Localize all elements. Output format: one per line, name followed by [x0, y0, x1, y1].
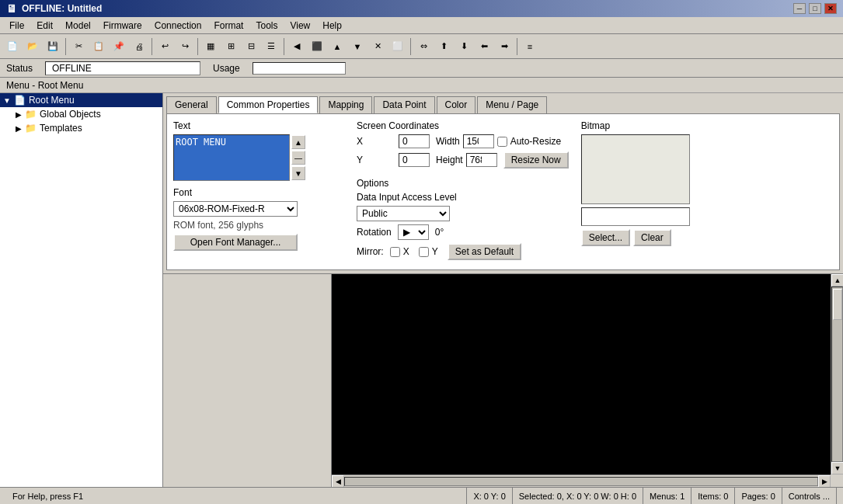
scroll-right-arrow[interactable]: ▶: [818, 475, 831, 488]
sidebar-item-label-3: Templates: [40, 123, 82, 134]
undo-button[interactable]: ↩: [155, 37, 174, 56]
select-button[interactable]: Select...: [581, 229, 630, 246]
open-button[interactable]: 📂: [23, 37, 42, 56]
help-text: For Help, press F1: [12, 492, 83, 501]
menu-help[interactable]: Help: [316, 19, 348, 33]
tb-right2[interactable]: ➡: [495, 37, 514, 56]
menu-edit[interactable]: Edit: [30, 19, 59, 33]
tab-bar: General Common Properties Mapping Data P…: [166, 96, 840, 113]
menu-format[interactable]: Format: [207, 19, 249, 33]
width-input[interactable]: [463, 134, 494, 148]
data-input-select[interactable]: Public: [357, 206, 450, 221]
align-center[interactable]: ⬛: [308, 37, 326, 56]
mirror-y-label: Y: [419, 246, 438, 257]
menu-model[interactable]: Model: [59, 19, 97, 33]
main-area: ▼ 📄 Root Menu ▶ 📁 Global Objects ▶ 📁 Tem…: [0, 93, 843, 487]
font-select[interactable]: 06x08-ROM-Fixed-R: [173, 201, 298, 217]
tab-menu-page[interactable]: Menu / Page: [477, 96, 547, 113]
selected-status: Selected: 0, X: 0 Y: 0 W: 0 H: 0: [513, 488, 643, 504]
status-value: OFFLINE: [45, 61, 200, 75]
height-input[interactable]: [466, 153, 497, 167]
mirror-label: Mirror:: [357, 246, 384, 257]
rotation-select[interactable]: ▶: [398, 224, 429, 240]
tb-up[interactable]: ⬆: [434, 37, 453, 56]
grid3-button[interactable]: ⊟: [242, 37, 260, 56]
copy-button[interactable]: 📋: [89, 37, 108, 56]
align-top[interactable]: ▲: [328, 37, 347, 56]
sidebar-item-templates[interactable]: ▶ 📁 Templates: [0, 121, 162, 135]
menu-view[interactable]: View: [284, 19, 316, 33]
resize-now-button[interactable]: Resize Now: [503, 151, 569, 169]
tb-move[interactable]: ⇔: [414, 37, 433, 56]
toolbar: 📄 📂 💾 ✂ 📋 📌 🖨 ↩ ↪ ▦ ⊞ ⊟ ☰ ◀ ⬛ ▲ ▼ ✕ ⬜ ⇔ …: [0, 34, 843, 59]
set-default-button[interactable]: Set as Default: [448, 243, 521, 260]
tb-x[interactable]: ✕: [368, 37, 387, 56]
y-input[interactable]: [399, 153, 430, 167]
data-input-row: Data Input Access Level: [357, 192, 569, 203]
usage-label: Usage: [213, 63, 240, 74]
align-bottom[interactable]: ▼: [348, 37, 367, 56]
auto-resize-checkbox[interactable]: [497, 137, 507, 147]
tab-data-point[interactable]: Data Point: [374, 96, 434, 113]
text-scroll-up[interactable]: ▲: [291, 135, 305, 149]
clear-button[interactable]: Clear: [633, 229, 671, 246]
auto-resize-label: Auto-Resize: [497, 136, 561, 147]
grid-button[interactable]: ▦: [201, 37, 220, 56]
minimize-button[interactable]: ─: [793, 3, 806, 14]
redo-button[interactable]: ↪: [176, 37, 194, 56]
text-scroll-down[interactable]: ▼: [291, 166, 305, 180]
menu-firmware[interactable]: Firmware: [97, 19, 148, 33]
tb-down[interactable]: ⬇: [455, 37, 473, 56]
print-button[interactable]: 🖨: [130, 37, 148, 56]
scroll-thumb-v[interactable]: [833, 289, 842, 320]
bitmap-title: Bitmap: [581, 120, 705, 131]
bitmap-preview: [581, 134, 690, 204]
mirror-x-label: X: [390, 246, 409, 257]
save-button[interactable]: 💾: [44, 37, 62, 56]
menu-connection[interactable]: Connection: [148, 19, 208, 33]
text-scroll-center[interactable]: —: [291, 151, 305, 165]
mirror-y-checkbox[interactable]: [419, 247, 429, 257]
bitmap-input[interactable]: [581, 207, 690, 226]
rotation-value: 0°: [435, 227, 444, 238]
tab-general[interactable]: General: [166, 96, 217, 113]
tab-content: Text ROOT MENU ▲ — ▼ Fo: [166, 113, 840, 270]
breadcrumb-text: Menu - Root Menu: [6, 80, 83, 91]
text-value: ROOT MENU: [176, 137, 226, 148]
scroll-left-arrow[interactable]: ◀: [332, 475, 344, 488]
cut-button[interactable]: ✂: [69, 37, 88, 56]
separator-5: [410, 38, 411, 55]
maximize-button[interactable]: □: [809, 3, 821, 14]
font-row: 06x08-ROM-Fixed-R: [173, 201, 344, 217]
scroll-track-h[interactable]: [344, 477, 818, 486]
text-input[interactable]: ROOT MENU: [173, 134, 290, 181]
scroll-track-v[interactable]: [831, 287, 843, 462]
y-row: Y Height Resize Now: [357, 151, 569, 169]
open-font-manager-button[interactable]: Open Font Manager...: [173, 234, 298, 251]
paste-button[interactable]: 📌: [110, 37, 128, 56]
align-left[interactable]: ◀: [287, 37, 306, 56]
scroll-down-arrow[interactable]: ▼: [831, 462, 843, 474]
tb-left2[interactable]: ⬅: [475, 37, 493, 56]
sidebar-item-global-objects[interactable]: ▶ 📁 Global Objects: [0, 107, 162, 121]
tb-extra[interactable]: ≡: [521, 37, 539, 56]
mirror-x-checkbox[interactable]: [390, 247, 400, 257]
rotation-row: Rotation ▶ 0°: [357, 224, 569, 240]
page-icon: 📄: [14, 95, 26, 106]
close-button[interactable]: ✕: [824, 3, 837, 14]
tab-mapping[interactable]: Mapping: [319, 96, 372, 113]
scroll-up-arrow[interactable]: ▲: [831, 274, 843, 287]
menu-file[interactable]: File: [3, 19, 30, 33]
tab-color[interactable]: Color: [437, 96, 476, 113]
help-status: For Help, press F1: [6, 488, 467, 504]
sidebar-item-root-menu[interactable]: ▼ 📄 Root Menu: [0, 93, 162, 107]
grid4-button[interactable]: ☰: [262, 37, 280, 56]
grid2-button[interactable]: ⊞: [221, 37, 240, 56]
tb-stop[interactable]: ⬜: [388, 37, 407, 56]
new-button[interactable]: 📄: [3, 37, 22, 56]
app-icon: 🖥: [6, 2, 17, 15]
tab-common-properties[interactable]: Common Properties: [218, 96, 319, 113]
menu-tools[interactable]: Tools: [249, 19, 284, 33]
x-input[interactable]: [399, 134, 430, 148]
font-info-row: ROM font, 256 glyphs: [173, 220, 344, 231]
